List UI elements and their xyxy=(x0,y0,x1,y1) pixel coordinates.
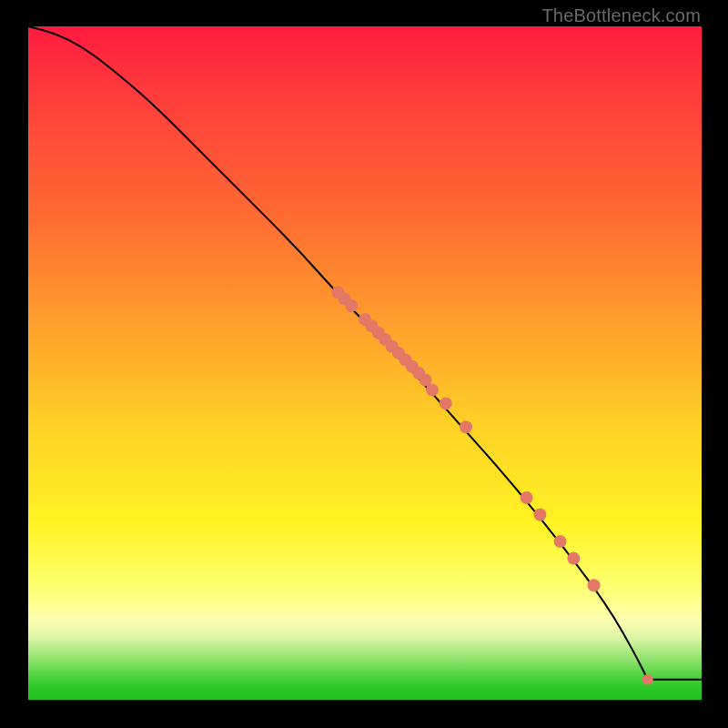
data-point xyxy=(426,384,439,397)
data-point xyxy=(345,299,358,312)
bottleneck-curve xyxy=(28,26,648,680)
data-point xyxy=(521,491,533,504)
watermark-text: TheBottleneck.com xyxy=(541,5,701,26)
data-point xyxy=(440,397,452,410)
data-point xyxy=(567,552,580,565)
data-point xyxy=(642,674,653,685)
data-point xyxy=(554,535,567,548)
data-point xyxy=(588,579,601,592)
plot-area xyxy=(28,26,702,700)
chart-overlay xyxy=(28,26,702,700)
data-point xyxy=(460,420,472,433)
scatter-points xyxy=(331,286,652,685)
chart-frame: TheBottleneck.com xyxy=(0,0,728,728)
data-point xyxy=(533,509,546,521)
